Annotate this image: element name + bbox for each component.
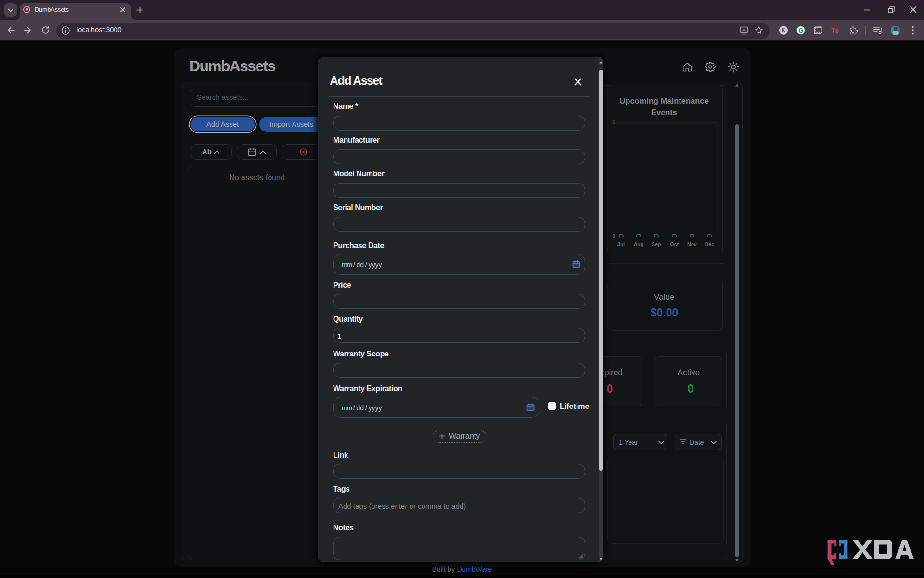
- svg-text:1: 1: [612, 119, 615, 125]
- svg-text:Aug: Aug: [634, 241, 643, 247]
- svg-text:0: 0: [612, 233, 615, 239]
- svg-text:Oct: Oct: [670, 241, 679, 247]
- svg-text:Sep: Sep: [652, 241, 661, 247]
- svg-text:Nov: Nov: [687, 241, 697, 247]
- svg-text:Jul: Jul: [617, 241, 625, 247]
- svg-text:Dec: Dec: [705, 241, 714, 247]
